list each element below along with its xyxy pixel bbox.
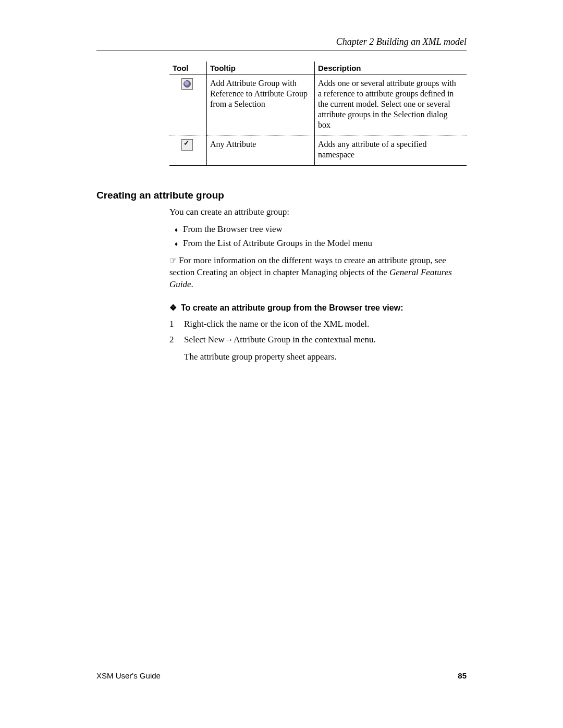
chapter-header: Chapter 2 Building an XML model bbox=[96, 36, 467, 51]
step-result: The attribute group property sheet appea… bbox=[184, 351, 467, 363]
step-item: Right-click the name or the icon of the … bbox=[169, 317, 467, 331]
section-body: You can create an attribute group: From … bbox=[169, 206, 467, 363]
cell-description: Adds one or several attribute groups wit… bbox=[315, 75, 467, 136]
note-icon bbox=[169, 255, 179, 265]
page: Chapter 2 Building an XML model Tool Too… bbox=[0, 0, 563, 728]
step-item: Select New→Attribute Group in the contex… bbox=[169, 333, 467, 347]
attr-group-ref-icon bbox=[181, 78, 193, 90]
cell-description: Adds any attribute of a specified namesp… bbox=[315, 136, 467, 166]
table-row: Any Attribute Adds any attribute of a sp… bbox=[169, 136, 467, 166]
footer-guide: XSM User's Guide bbox=[96, 671, 161, 680]
any-attribute-icon bbox=[181, 139, 193, 151]
note-block: For more information on the different wa… bbox=[169, 255, 467, 291]
th-tool: Tool bbox=[169, 61, 207, 75]
intro-text: You can create an attribute group: bbox=[169, 206, 467, 218]
th-tooltip: Tooltip bbox=[207, 61, 315, 75]
bullet-list: From the Browser tree view From the List… bbox=[169, 224, 467, 250]
list-item: From the Browser tree view bbox=[169, 224, 467, 236]
procedure-heading: To create an attribute group from the Br… bbox=[169, 302, 467, 314]
tool-table: Tool Tooltip Description Add Attribute G… bbox=[169, 61, 467, 166]
footer-page-number: 85 bbox=[458, 671, 467, 680]
steps-list: Right-click the name or the icon of the … bbox=[169, 317, 467, 346]
cell-tooltip: Add Attribute Group with Reference to At… bbox=[207, 75, 315, 136]
section-heading: Creating an attribute group bbox=[96, 190, 467, 201]
cell-tooltip: Any Attribute bbox=[207, 136, 315, 166]
th-description: Description bbox=[315, 61, 467, 75]
note-end: . bbox=[191, 279, 193, 289]
page-footer: XSM User's Guide 85 bbox=[96, 671, 467, 680]
list-item: From the List of Attribute Groups in the… bbox=[169, 238, 467, 250]
table-row: Add Attribute Group with Reference to At… bbox=[169, 75, 467, 136]
